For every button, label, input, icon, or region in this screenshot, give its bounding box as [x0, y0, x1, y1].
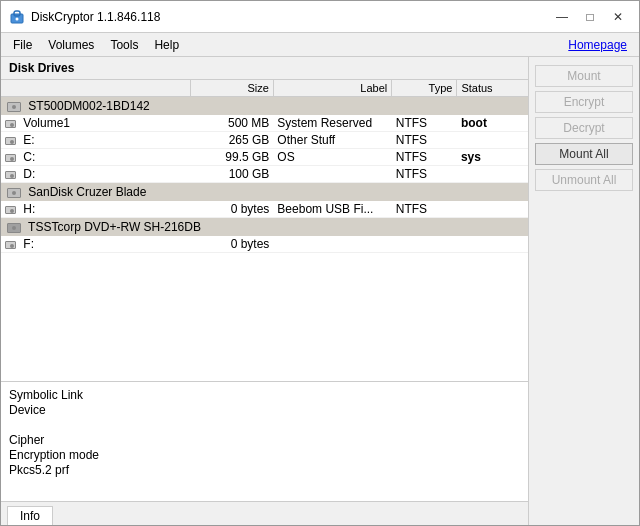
window-title: DiskCryptor 1.1.846.118	[31, 10, 160, 24]
disk-name-tsstcorp: TSSTcorp DVD+-RW SH-216DB	[1, 218, 528, 237]
menu-file[interactable]: File	[5, 36, 40, 54]
vol-icon	[5, 206, 16, 214]
table-row[interactable]: D: 100 GB NTFS	[1, 166, 528, 183]
decrypt-button[interactable]: Decrypt	[535, 117, 633, 139]
encryption-mode-label: Encryption mode	[9, 448, 520, 462]
col-header-name	[1, 80, 190, 97]
disk-group-tsstcorp[interactable]: TSSTcorp DVD+-RW SH-216DB	[1, 218, 528, 237]
close-button[interactable]: ✕	[605, 7, 631, 27]
vol-type	[392, 236, 457, 253]
table-row[interactable]: H: 0 bytes Beebom USB Fi... NTFS	[1, 201, 528, 218]
disk-icon-st500	[7, 102, 21, 112]
disk-group-sandisk[interactable]: SanDisk Cruzer Blade	[1, 183, 528, 202]
mount-all-button[interactable]: Mount All	[535, 143, 633, 165]
vol-label: Other Stuff	[273, 132, 391, 149]
vol-type: NTFS	[392, 149, 457, 166]
pkcs-label: Pkcs5.2 prf	[9, 463, 520, 477]
vol-label	[273, 166, 391, 183]
minimize-button[interactable]: —	[549, 7, 575, 27]
vol-label: System Reserved	[273, 115, 391, 132]
col-header-status: Status	[457, 80, 528, 97]
vol-status	[457, 132, 528, 149]
menu-bar: File Volumes Tools Help Homepage	[1, 33, 639, 57]
col-header-label: Label	[273, 80, 391, 97]
vol-label: Beebom USB Fi...	[273, 201, 391, 218]
title-bar-left: DiskCryptor 1.1.846.118	[9, 9, 160, 25]
svg-point-2	[16, 17, 19, 20]
table-container[interactable]: Size Label Type Status ST500DM002-1BD142	[1, 80, 528, 381]
menu-items: File Volumes Tools Help	[5, 36, 187, 54]
left-panel: Disk Drives Size Label Type Status	[1, 57, 529, 525]
vol-letter: H:	[1, 201, 190, 218]
right-sidebar: Mount Encrypt Decrypt Mount All Unmount …	[529, 57, 639, 525]
vol-letter: C:	[1, 149, 190, 166]
col-header-type: Type	[392, 80, 457, 97]
homepage-link[interactable]: Homepage	[568, 38, 635, 52]
info-tab-bar: Info	[1, 501, 528, 525]
maximize-button[interactable]: □	[577, 7, 603, 27]
vol-status: boot	[457, 115, 528, 132]
disk-drives-header: Disk Drives	[1, 57, 528, 80]
vol-status	[457, 201, 528, 218]
sidebar-spacer	[535, 195, 633, 517]
vol-type: NTFS	[392, 166, 457, 183]
vol-size: 500 MB	[190, 115, 273, 132]
mount-button[interactable]: Mount	[535, 65, 633, 87]
menu-volumes[interactable]: Volumes	[40, 36, 102, 54]
vol-letter: E:	[1, 132, 190, 149]
vol-letter: Volume1	[1, 115, 190, 132]
title-controls: — □ ✕	[549, 7, 631, 27]
table-row[interactable]: Volume1 500 MB System Reserved NTFS boot	[1, 115, 528, 132]
vol-type: NTFS	[392, 132, 457, 149]
vol-size: 99.5 GB	[190, 149, 273, 166]
table-row[interactable]: F: 0 bytes	[1, 236, 528, 253]
menu-help[interactable]: Help	[146, 36, 187, 54]
cipher-label: Cipher	[9, 433, 520, 447]
vol-icon	[5, 137, 16, 145]
info-tab[interactable]: Info	[7, 506, 53, 525]
vol-icon	[5, 154, 16, 162]
disk-name-sandisk: SanDisk Cruzer Blade	[1, 183, 528, 202]
vol-label	[273, 236, 391, 253]
vol-icon	[5, 241, 16, 249]
info-panel: Symbolic Link Device Cipher Encryption m…	[1, 381, 528, 501]
vol-type: NTFS	[392, 201, 457, 218]
disk-icon-sandisk	[7, 188, 21, 198]
encrypt-button[interactable]: Encrypt	[535, 91, 633, 113]
table-row[interactable]: C: 99.5 GB OS NTFS sys	[1, 149, 528, 166]
disk-name-st500: ST500DM002-1BD142	[1, 97, 528, 116]
symbolic-link-label: Symbolic Link	[9, 388, 520, 402]
drives-table: Size Label Type Status ST500DM002-1BD142	[1, 80, 528, 253]
unmount-all-button[interactable]: Unmount All	[535, 169, 633, 191]
title-bar: DiskCryptor 1.1.846.118 — □ ✕	[1, 1, 639, 33]
vol-letter: F:	[1, 236, 190, 253]
vol-icon	[5, 171, 16, 179]
vol-icon	[5, 120, 16, 128]
app-icon	[9, 9, 25, 25]
col-header-size: Size	[190, 80, 273, 97]
vol-size: 0 bytes	[190, 236, 273, 253]
vol-size: 265 GB	[190, 132, 273, 149]
main-window: DiskCryptor 1.1.846.118 — □ ✕ File Volum…	[0, 0, 640, 526]
device-label: Device	[9, 403, 520, 417]
vol-status: sys	[457, 149, 528, 166]
blank-line	[9, 418, 520, 432]
main-content: Disk Drives Size Label Type Status	[1, 57, 639, 525]
disk-group-st500[interactable]: ST500DM002-1BD142	[1, 97, 528, 116]
column-headers: Size Label Type Status	[1, 80, 528, 97]
vol-type: NTFS	[392, 115, 457, 132]
disk-icon-tsstcorp	[7, 223, 21, 233]
table-row[interactable]: E: 265 GB Other Stuff NTFS	[1, 132, 528, 149]
vol-label: OS	[273, 149, 391, 166]
vol-status	[457, 236, 528, 253]
vol-size: 100 GB	[190, 166, 273, 183]
menu-tools[interactable]: Tools	[102, 36, 146, 54]
vol-size: 0 bytes	[190, 201, 273, 218]
vol-letter: D:	[1, 166, 190, 183]
vol-status	[457, 166, 528, 183]
